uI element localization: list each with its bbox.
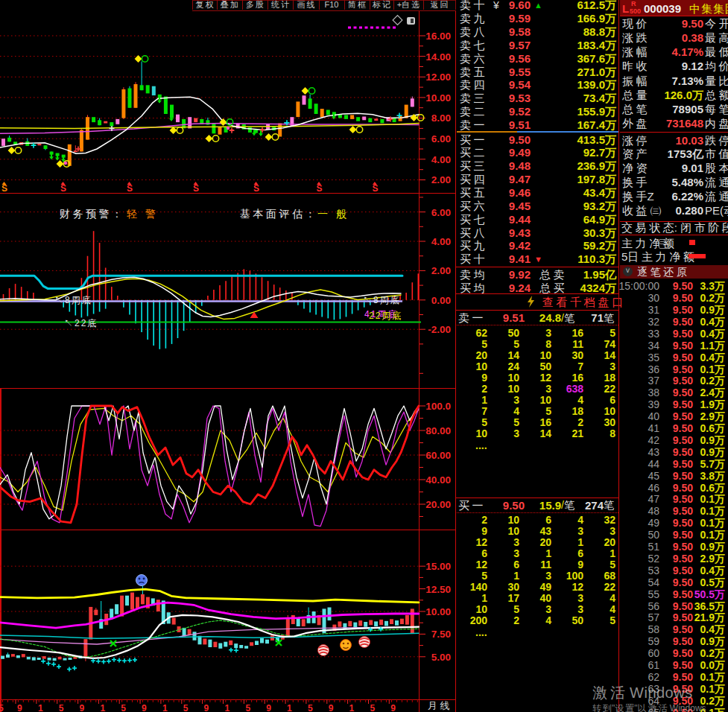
svg-text:12.50: 12.50 [425,584,451,595]
svg-text:5: 5 [121,703,126,712]
svg-text:一 般: 一 般 [317,208,349,220]
svg-text:5.00: 5.00 [431,652,451,663]
svg-text:9: 9 [390,703,396,712]
svg-text:15.00: 15.00 [425,561,451,572]
svg-text:9: 9 [204,703,209,712]
svg-text:6.00: 6.00 [431,133,451,144]
svg-text:1: 1 [287,703,292,712]
svg-text:16.00: 16.00 [425,31,451,42]
svg-text:4.00: 4.00 [431,236,451,247]
svg-text:5: 5 [308,703,313,712]
svg-text:7.50: 7.50 [431,629,451,640]
svg-text:S: S [372,183,378,194]
svg-text:80.00: 80.00 [425,425,451,436]
svg-text:2.00: 2.00 [431,265,451,276]
svg-text:5: 5 [370,703,376,712]
svg-text:1: 1 [349,703,355,712]
svg-text:60.00: 60.00 [425,450,451,461]
svg-text:0.00: 0.00 [431,295,451,306]
svg-text:12.00: 12.00 [425,71,451,83]
svg-text:1: 1 [162,703,168,712]
svg-text:财务预警：: 财务预警： [60,208,125,220]
svg-text:轻 警: 轻 警 [127,208,158,220]
svg-text:9: 9 [329,703,334,712]
svg-text:8.00: 8.00 [431,112,451,124]
svg-text:5: 5 [59,703,64,712]
svg-text:2.00: 2.00 [431,174,451,185]
svg-text:22周底: 22周底 [369,311,402,321]
svg-text:10.00: 10.00 [425,606,451,617]
svg-text:5: 5 [183,703,189,712]
svg-text:5: 5 [0,703,4,712]
svg-text:14.00: 14.00 [425,51,451,63]
svg-text:基本面评估：: 基本面评估： [240,208,318,220]
svg-text:4.00: 4.00 [431,154,451,165]
svg-text:9: 9 [266,703,271,712]
svg-text:月线: 月线 [428,700,452,711]
svg-text:9: 9 [142,703,147,712]
svg-text:-2.00: -2.00 [428,324,451,335]
svg-text:1: 1 [225,703,230,712]
svg-text:S: S [253,183,259,194]
svg-text:6.00: 6.00 [431,207,451,218]
svg-text:S: S [127,183,133,194]
svg-text:9: 9 [17,703,22,712]
svg-text:10.00: 10.00 [425,92,451,104]
svg-text:↖8周底: ↖8周底 [363,295,401,305]
svg-text:S: S [1,183,7,194]
svg-text:5: 5 [245,703,250,712]
svg-text:1: 1 [38,703,43,712]
svg-text:40.00: 40.00 [425,474,451,486]
svg-text:S: S [317,183,323,194]
svg-text:100.0: 100.0 [425,401,451,412]
svg-text:↖22底: ↖22底 [64,318,98,328]
svg-text:S: S [60,183,66,194]
svg-text:S: S [193,183,199,194]
svg-text:1: 1 [100,703,105,712]
svg-text:↖8周底: ↖8周底 [54,295,92,305]
svg-text:20.00: 20.00 [425,499,451,510]
svg-text:9: 9 [80,703,85,712]
